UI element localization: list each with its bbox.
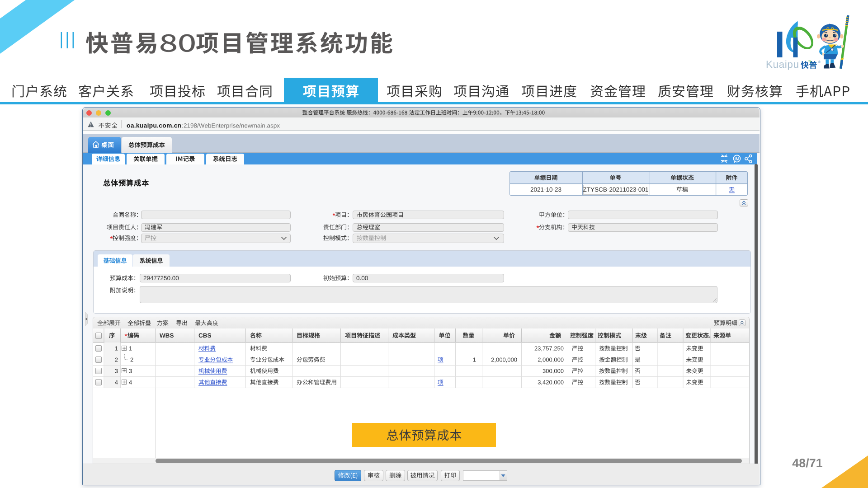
svg-text:®: ®: [818, 61, 821, 64]
